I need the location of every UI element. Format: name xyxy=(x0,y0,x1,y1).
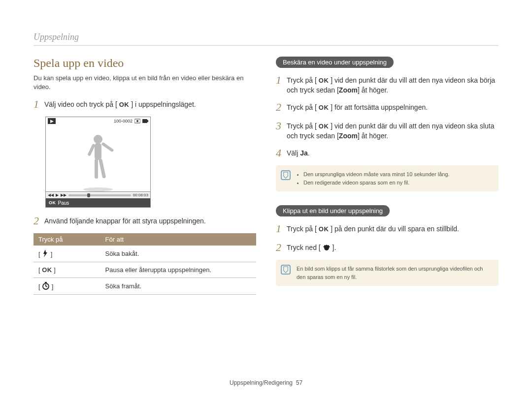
svg-rect-5 xyxy=(95,143,101,160)
play-icon: ▶ xyxy=(56,193,59,197)
section-header: Uppspelning xyxy=(33,32,499,46)
timestamp: 00:08:03 xyxy=(133,193,148,197)
right-column: Beskära en video under uppspelning 1 Try… xyxy=(276,57,499,295)
step-text: . xyxy=(308,149,310,157)
trim-step-3: 3 Tryck på [ OK ] vid den punkt där du v… xyxy=(276,120,499,141)
step-text: ] för att fortsätta uppspelningen. xyxy=(331,103,428,111)
svg-rect-8 xyxy=(95,159,98,179)
play-mode-icon: ▶ xyxy=(48,118,56,124)
file-counter: 100-0002 xyxy=(114,119,133,123)
svg-rect-14 xyxy=(45,282,47,283)
table-row: [ OK ] Pausa eller återuppta uppspelning… xyxy=(33,262,256,278)
ok-icon: OK xyxy=(319,77,329,84)
table-cell: Söka bakåt. xyxy=(100,246,256,262)
svg-point-4 xyxy=(94,135,102,144)
step-number: 4 xyxy=(276,147,287,159)
macro-icon xyxy=(323,244,331,251)
step-text: Tryck på [ xyxy=(287,225,317,233)
video-player-mock: ▶ 100-0002 xyxy=(45,117,151,208)
step-number: 1 xyxy=(276,222,287,235)
note-box: Den ursprungliga videon måste vara minst… xyxy=(276,165,499,191)
flash-icon xyxy=(42,249,49,257)
step-text: ] i uppspelningsläget. xyxy=(131,100,196,108)
trim-step-1: 1 Tryck på [ OK ] vid den punkt där du v… xyxy=(276,74,499,95)
ok-icon: OK xyxy=(49,200,56,205)
svg-rect-2 xyxy=(142,119,147,123)
ok-icon: OK xyxy=(119,101,130,108)
note-item: En bild som klipps ut får samma filstorl… xyxy=(297,265,493,281)
table-header: Tryck på xyxy=(33,233,100,246)
table-cell: Söka framåt. xyxy=(100,278,256,295)
svg-rect-6 xyxy=(87,144,95,156)
left-step-2: 2 Använd följande knappar för att styra … xyxy=(33,215,256,227)
table-cell: Pausa eller återuppta uppspelningen. xyxy=(100,262,256,278)
zoom-label: Zoom xyxy=(339,132,358,140)
svg-rect-3 xyxy=(147,120,148,122)
svg-rect-7 xyxy=(101,142,114,153)
note-icon xyxy=(281,265,291,275)
step-text: Tryck på [ xyxy=(287,76,317,84)
svg-point-10 xyxy=(83,187,113,191)
step-number: 3 xyxy=(276,120,287,141)
step-text: Använd följande knappar för att styra up… xyxy=(44,215,256,227)
zoom-label: Zoom xyxy=(339,86,358,94)
ok-icon: OK xyxy=(42,266,52,274)
table-row: [ ] Söka bakåt. xyxy=(33,246,256,262)
media-icon xyxy=(134,119,140,123)
note-item: Den ursprungliga videon måste vara minst… xyxy=(303,170,493,179)
svg-line-13 xyxy=(46,286,47,287)
forward-icon: ▶▶ xyxy=(61,193,66,197)
left-column: Spela upp en video Du kan spela upp en v… xyxy=(33,57,256,295)
step-text: ] åt höger. xyxy=(358,86,388,94)
subsection-clip-title: Klippa ut en bild under uppspelning xyxy=(276,205,390,216)
step-text: Välj xyxy=(287,149,300,157)
svg-point-1 xyxy=(136,120,138,122)
note-item: Den redigerade videon sparas som en ny f… xyxy=(303,179,493,187)
clip-step-2: 2 Tryck ned [ ]. xyxy=(276,241,499,254)
controls-table: Tryck på För att [ ] Söka bakåt. [ OK ] … xyxy=(33,233,256,295)
step-number: 2 xyxy=(276,241,287,254)
ja-label: Ja xyxy=(300,149,308,157)
step-text: ]. xyxy=(332,244,336,251)
trim-step-2: 2 Tryck på [ OK ] för att fortsätta upps… xyxy=(276,101,499,114)
subsection-trim-title: Beskära en video under uppspelning xyxy=(276,57,394,68)
step-text: Välj video och tryck på [ xyxy=(44,100,117,108)
step-text: Tryck på [ xyxy=(287,122,317,130)
rewind-icon: ◀◀ xyxy=(48,193,54,197)
timer-icon xyxy=(42,282,50,290)
step-text: Tryck på [ xyxy=(287,103,317,111)
step-number: 1 xyxy=(276,74,287,95)
note-box: En bild som klipps ut får samma filstorl… xyxy=(276,260,499,286)
page-number: 57 xyxy=(296,379,302,386)
trim-step-4: 4 Välj Ja. xyxy=(276,147,499,159)
step-number: 1 xyxy=(33,98,44,111)
intro-text: Du kan spela upp en video, klippa ut en … xyxy=(33,74,256,91)
page-heading: Spela upp en video xyxy=(33,57,256,70)
ok-icon: OK xyxy=(319,225,329,233)
svg-rect-9 xyxy=(99,158,106,179)
table-header: För att xyxy=(100,233,256,246)
silhouette-figure xyxy=(81,132,115,191)
left-step-1: 1 Välj video och tryck på [ OK ] i uppsp… xyxy=(33,98,256,111)
battery-icon xyxy=(142,119,148,123)
footer-text: Uppspelning/Redigering xyxy=(230,379,293,386)
progress-bar xyxy=(68,194,131,196)
note-icon xyxy=(281,170,291,180)
ok-icon: OK xyxy=(319,123,329,130)
page-footer: Uppspelning/Redigering 57 xyxy=(0,379,532,386)
table-row: [ ] Söka framåt. xyxy=(33,278,256,295)
step-text: Tryck ned [ xyxy=(287,244,321,251)
step-text: ] på den punkt där du vill spara en stil… xyxy=(331,225,459,233)
step-number: 2 xyxy=(33,215,44,227)
ok-icon: OK xyxy=(319,104,329,111)
pause-label: Paus xyxy=(58,200,69,206)
step-number: 2 xyxy=(276,101,287,114)
clip-step-1: 1 Tryck på [ OK ] på den punkt där du vi… xyxy=(276,222,499,235)
step-text: ] åt höger. xyxy=(358,132,388,140)
